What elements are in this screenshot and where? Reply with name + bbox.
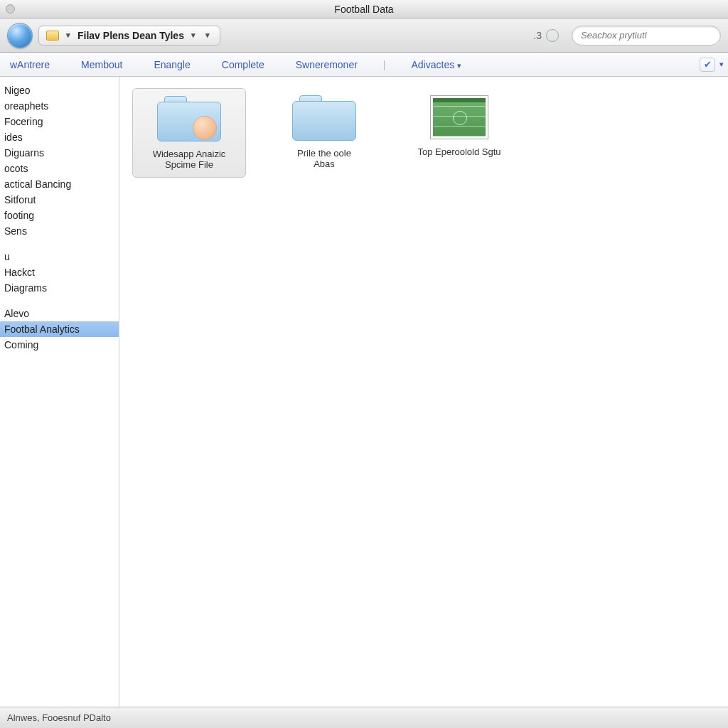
toolbar: ▾ Filav Plens Dean Tyles ▾ ▾ .3 <box>0 18 728 53</box>
sidebar-item[interactable]: ides <box>0 129 119 145</box>
sidebar-item-selected[interactable]: Footbal Analytics <box>0 321 119 337</box>
image-thumbnail <box>430 95 488 139</box>
tab-item[interactable]: Enangle <box>148 55 196 75</box>
sidebar-item[interactable]: Nigeo <box>0 82 119 98</box>
chevron-down-icon[interactable]: ▾ <box>719 60 724 69</box>
chevron-down-icon: ▾ <box>188 31 198 40</box>
tab-item[interactable]: Membout <box>75 55 128 75</box>
folder-icon <box>46 31 59 41</box>
statusbar: Alnwes, Fooesnuf PDalto <box>0 707 728 728</box>
titlebar: Football Data <box>0 0 728 18</box>
sidebar-item[interactable]: u <box>0 249 119 264</box>
sidebar-item[interactable]: Diguarns <box>0 145 119 161</box>
back-button[interactable] <box>7 23 33 48</box>
item-count: .3 <box>533 29 559 42</box>
sidebar-item[interactable]: Coming <box>0 337 119 353</box>
breadcrumb-label: Filav Plens Dean Tyles <box>77 30 184 41</box>
file-label: Prile the oole Abas <box>297 148 351 169</box>
sidebar-item[interactable]: Hackct <box>0 264 119 280</box>
file-label: Widesapp Anaizic Spcime File <box>153 149 226 170</box>
sidebar-item[interactable]: footing <box>0 208 119 223</box>
sidebar-item[interactable]: Alevo <box>0 306 119 321</box>
file-label: Top Eperoolold Sgtu <box>417 146 500 157</box>
sidebar-item[interactable]: ocots <box>0 161 119 176</box>
tab-item[interactable]: wAntrere <box>4 55 55 75</box>
tab-advanced-label: Adivactes <box>412 59 455 70</box>
folder-icon <box>292 95 356 141</box>
sidebar-item[interactable]: Sens <box>0 223 119 239</box>
sidebar: Nigeo oreaphets Focering ides Diguarns o… <box>0 77 119 707</box>
count-value: .3 <box>533 30 542 41</box>
sidebar-item[interactable]: oreaphets <box>0 98 119 114</box>
breadcrumb[interactable]: ▾ Filav Plens Dean Tyles ▾ ▾ <box>38 26 220 46</box>
file-item[interactable]: Top Eperoolold Sgtu <box>402 88 516 164</box>
folder-icon <box>157 96 221 141</box>
options-button[interactable]: ✔ <box>700 58 715 72</box>
file-item[interactable]: Prile the oole Abas <box>267 88 381 176</box>
sidebar-item[interactable]: Focering <box>0 114 119 129</box>
tab-item[interactable]: Complete <box>216 55 270 75</box>
body: Nigeo oreaphets Focering ides Diguarns o… <box>0 77 728 707</box>
close-dot[interactable] <box>6 4 15 14</box>
tab-item[interactable]: Swneremoner <box>290 55 363 75</box>
window-title: Football Data <box>334 4 393 15</box>
sidebar-item[interactable]: Diagrams <box>0 280 119 296</box>
window: Football Data ▾ Filav Plens Dean Tyles ▾… <box>0 0 728 728</box>
chevron-down-icon: ▾ <box>203 31 213 40</box>
tab-row: wAntrere Membout Enangle Complete Swnere… <box>0 53 728 77</box>
window-controls <box>6 4 15 14</box>
divider: | <box>383 59 386 70</box>
sidebar-item[interactable]: Sitforut <box>0 192 119 208</box>
search-input[interactable] <box>572 26 721 46</box>
chevron-down-icon: ▾ <box>457 61 461 70</box>
chevron-down-icon: ▾ <box>63 31 73 40</box>
file-item[interactable]: Widesapp Anaizic Spcime File <box>132 88 246 178</box>
content-pane[interactable]: Widesapp Anaizic Spcime File Prile the o… <box>119 77 728 707</box>
refresh-icon[interactable] <box>546 29 559 42</box>
status-text: Alnwes, Fooesnuf PDalto <box>7 712 111 723</box>
avatar-icon <box>193 116 217 140</box>
sidebar-item[interactable]: actical Bancing <box>0 176 119 192</box>
tab-advanced[interactable]: Adivactes ▾ <box>406 55 468 75</box>
